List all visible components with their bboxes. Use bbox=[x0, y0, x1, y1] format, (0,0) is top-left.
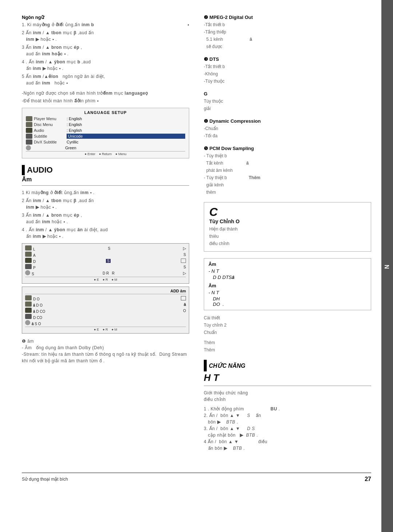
chucnang-section: CHỨC NĂNG H T Giới thiệu chức năng điều … bbox=[204, 360, 371, 452]
as-row3: D S bbox=[25, 258, 186, 264]
header-bar bbox=[22, 165, 25, 175]
chucnang-bar bbox=[204, 360, 207, 371]
g-item2: giải bbox=[204, 105, 371, 112]
c-item1: Hiện đại thành bbox=[209, 226, 366, 232]
pcm-item2: Tắt kênh â bbox=[204, 160, 371, 166]
br-step3: 3. Ấn / bôn ▲ ▼ D S cập nhật bôn ▶ BTB . bbox=[204, 425, 371, 438]
dts-item1: -Tắt thiết b bbox=[204, 63, 371, 70]
as-row4: P S bbox=[25, 264, 186, 270]
nt-row2-d1: DH bbox=[213, 296, 366, 302]
func-icon bbox=[26, 134, 32, 139]
set-item2: Tùy chỉnh 2 bbox=[204, 322, 371, 328]
footer: Sử dụng thoại mặt bích 27 bbox=[22, 473, 371, 482]
page-number: 27 bbox=[365, 476, 371, 482]
row-label4: Subtitle bbox=[34, 134, 67, 138]
spacer2 bbox=[204, 403, 371, 406]
c-item2: thiêu bbox=[209, 233, 366, 240]
s2-e: ● E bbox=[94, 328, 99, 331]
nt-row2-sub: - N T bbox=[209, 290, 366, 295]
audio-step-3: 3 Ấn ínm / ▲ bron mục ép , aud ấn ínm ho… bbox=[22, 212, 189, 225]
as-disc2 bbox=[25, 252, 32, 257]
as-func1 bbox=[25, 264, 32, 269]
step-1: 1. Ki máyởng ở ởiếl ủng,ấn ínm b ▪ bbox=[22, 21, 189, 28]
screen-row-subtitle: Subtitle Unicode bbox=[26, 134, 185, 139]
audio-divider bbox=[22, 185, 189, 186]
dts-title: ❸ DTS bbox=[204, 56, 371, 62]
s1-m: ● M bbox=[111, 278, 117, 281]
s2-box1 bbox=[181, 296, 186, 300]
dc-item2: -Tối đa bbox=[204, 133, 371, 139]
language-screen: LANGUAGE SETUP Player Menu : English Dis… bbox=[22, 108, 189, 158]
language-steps: 1. Ki máyởng ở ởiếl ủng,ấn ínm b ▪ 2 Ấn … bbox=[22, 21, 189, 86]
as-arrow5: ▷ bbox=[183, 271, 186, 276]
audio-header: AUDIO bbox=[22, 165, 189, 175]
row-label2: Disc Menu bbox=[34, 122, 67, 127]
s2-r: ● R bbox=[103, 328, 108, 331]
as-val2: S bbox=[183, 253, 186, 257]
circle-label: ❶ âm bbox=[22, 338, 189, 344]
row-label3: Audio bbox=[34, 128, 67, 133]
title-icon bbox=[26, 128, 32, 133]
set-item3: Chuẩn bbox=[204, 329, 371, 336]
s2-row2: â D O â bbox=[25, 302, 186, 307]
stream-item-1: - Âm ống dụng âm thanh Dolby (Deh) bbox=[22, 344, 189, 351]
audio-steps: 1 Ki máyởng ở ởiết ủng,ấn ínm ▪ . 2 Ấn í… bbox=[22, 189, 189, 240]
set-item5: Thêm bbox=[204, 347, 371, 353]
s2-row4: D CO bbox=[25, 314, 186, 320]
audio-step-2: 2 Ấn ínm / ▲ tbon mục β ,aud ấn ínm ▶ ho… bbox=[22, 197, 189, 210]
footer-text: Sử dụng thoại mặt bích bbox=[22, 477, 68, 482]
s2-m: ● M bbox=[111, 328, 117, 331]
s2-val3: O bbox=[183, 309, 186, 313]
as-val1: S bbox=[108, 247, 110, 251]
screen1-footer: ● E ● R ● M bbox=[25, 277, 186, 281]
pcm-item1: - Tùy thiệt b bbox=[204, 153, 371, 159]
as-arrow1: ▷ bbox=[183, 246, 186, 251]
row-value6: Green bbox=[65, 146, 185, 150]
chucnang-hr bbox=[204, 386, 371, 386]
c-section: C Tùy Chỉnh O Hiện đại thành thiêu điều … bbox=[204, 202, 371, 252]
screen-row-divx: DivX Subtitle Cyrillic bbox=[26, 139, 185, 145]
setup-icon bbox=[26, 145, 31, 150]
br-step2: 2. Ấn / bôn ▲ ▼ S ấn bôn ▶ BTB . bbox=[204, 412, 371, 425]
as-val5: D R R bbox=[103, 271, 115, 275]
s1-e: ● E bbox=[94, 278, 99, 281]
c-letter: C bbox=[209, 206, 366, 218]
page-container: Ngôn ngữ 1. Ki máyởng ở ởiếl ủng,ấn ínm … bbox=[0, 0, 393, 532]
right-column: ❷ MPEG-2 Digital Out -Tắt thiết b -Tắng … bbox=[204, 15, 371, 458]
pcm-item4: - Tùy thiệt b Thêm bbox=[204, 174, 371, 181]
br-step1: 1 . Khởi động phím BU . bbox=[204, 406, 371, 412]
audio-screen2: ADD âm D O â D O â â D CO O bbox=[22, 287, 189, 334]
pcm-item3: phát âm kênh bbox=[204, 167, 371, 174]
screen-footer: ● Enter ● Return ● Menu bbox=[26, 151, 185, 156]
row-value: : English bbox=[67, 117, 185, 121]
note-2: -Để thoát khỏi màn hình ấởin phím ▪ bbox=[22, 98, 189, 104]
audio-step-4: 4 . Ấn ínm / ▲ ýbon mục ân ài điệt, aud … bbox=[22, 226, 189, 240]
s2-title: ADD âm bbox=[25, 289, 186, 294]
row-value4: Unicode bbox=[67, 134, 185, 139]
row-value5: Cyrillic bbox=[67, 140, 185, 144]
settings-list: Cài thiết Tùy chỉnh 2 Chuẩn Thêm Thêm bbox=[204, 315, 371, 353]
pcm-section: ❺ PCM Dow Sampling - Tùy thiệt b Tắt kên… bbox=[204, 146, 371, 196]
as-row1: L S ▷ bbox=[25, 245, 186, 251]
stream-note: ❶ âm - Âm ống dụng âm thanh Dolby (Deh) … bbox=[22, 338, 189, 364]
note-1: -Ngôn ngữ được chọn sẽ màn hình trởếnm m… bbox=[22, 90, 189, 96]
s2-row5: â S O bbox=[25, 320, 186, 326]
return-hint: ● Return bbox=[99, 152, 112, 156]
sidebar-letter: N bbox=[384, 263, 390, 269]
s2-row1: D O bbox=[25, 295, 186, 301]
screen-row-audio: Audio : English bbox=[26, 128, 185, 133]
dynamic-compression-section: ❶ Dynamic Compression -Chuẩn -Tối đa bbox=[204, 118, 371, 139]
as-box3 bbox=[181, 259, 186, 263]
vertical-sidebar: N bbox=[381, 0, 393, 532]
intro2: điều chỉnh bbox=[204, 396, 371, 403]
audio-title: AUDIO bbox=[27, 165, 53, 175]
screen2-footer: ● E ● R ● M bbox=[25, 327, 186, 331]
c-item3: điều chỉnh bbox=[209, 240, 366, 247]
dc-item1: -Chuẩn bbox=[204, 125, 371, 132]
chucnang-title: CHỨC NĂNG bbox=[209, 362, 245, 369]
nt-row2-d2: DO . bbox=[213, 302, 366, 307]
nt-row1-label: Âm bbox=[209, 261, 366, 267]
dts-item2: -Không bbox=[204, 71, 371, 77]
nt-row2-label: Âm bbox=[209, 283, 366, 288]
nt-row1-sub: - N T bbox=[209, 268, 366, 274]
